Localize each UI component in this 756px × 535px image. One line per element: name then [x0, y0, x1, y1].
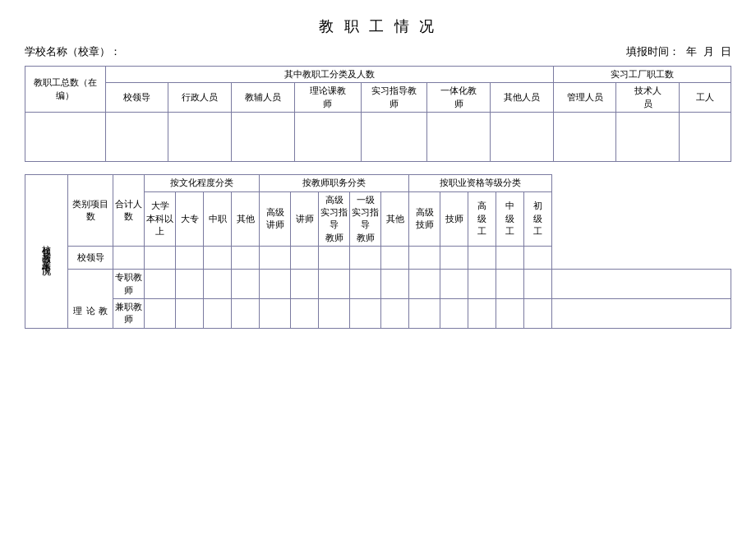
- sub-col-5: 一体化教师: [427, 83, 491, 113]
- page-title: 教 职 工 情 况: [25, 16, 731, 36]
- sub-col-0: 校领导: [105, 83, 168, 113]
- row2-d3: [381, 298, 409, 328]
- qual-section-header: 按职业资格等级分类: [409, 175, 552, 191]
- top-table: 教职工总数（在编） 其中教职工分类及人数 实习工厂职工数 校领导 行政人员 教辅…: [25, 66, 731, 162]
- theory-group-label: 理论教: [68, 270, 113, 329]
- row0-q0: [409, 247, 440, 270]
- sub-col-1: 行政人员: [168, 83, 232, 113]
- row0-total: [113, 247, 145, 270]
- row2-total: [145, 298, 176, 328]
- row0-d4: [381, 247, 409, 270]
- culture-col-3: 其他: [232, 191, 260, 247]
- culture-col-1: 大专: [176, 191, 204, 247]
- section2-header: 实习工厂职工数: [553, 67, 731, 83]
- row0-c1: [176, 247, 204, 270]
- row1-q2: [496, 270, 524, 299]
- row0-d1: [291, 247, 319, 270]
- sub-col-9: 工人: [680, 83, 731, 113]
- row0-q4: [524, 247, 552, 270]
- duty-col-3: 一级实习指导教师: [350, 191, 381, 247]
- sub-col-4: 实习指导教师: [361, 83, 427, 113]
- row2-label: 兼职教师: [113, 298, 145, 328]
- top-data-10: [680, 113, 731, 162]
- sub-col-7: 管理人员: [553, 83, 616, 113]
- row1-label: 专职教师: [113, 270, 145, 299]
- duty-col-0: 高级讲师: [260, 191, 291, 247]
- row2-q0: [440, 298, 468, 328]
- top-data-5: [361, 113, 427, 162]
- row2-d1: [319, 298, 350, 328]
- qual-col-2: 高级工: [468, 191, 496, 247]
- culture-col-0: 大学本科以上: [145, 191, 176, 247]
- day-label: 日: [721, 44, 731, 59]
- fill-time-label: 填报时间：: [626, 44, 680, 59]
- row1-d4: [409, 270, 440, 299]
- row0-q2: [468, 247, 496, 270]
- row2-d2: [350, 298, 381, 328]
- duty-section-header: 按教师职务分类: [260, 175, 409, 191]
- row1-d0: [291, 270, 319, 299]
- culture-col-2: 中职: [204, 191, 232, 247]
- culture-section-header: 按文化程度分类: [145, 175, 260, 191]
- duty-col-2: 高级实习指导教师: [319, 191, 350, 247]
- qual-col-4: 初级工: [524, 191, 552, 247]
- row2-q2: [496, 298, 524, 328]
- bottom-category-col: 类别项目数: [68, 175, 113, 247]
- top-data-2: [168, 113, 232, 162]
- row0-c2: [204, 247, 232, 270]
- row1-c0: [176, 270, 204, 299]
- qual-col-0: 高级技师: [409, 191, 440, 247]
- row1-c3: [260, 270, 291, 299]
- row0-d3: [350, 247, 381, 270]
- qual-col-1: 技师: [440, 191, 468, 247]
- sub-col-6: 其他人员: [491, 83, 554, 113]
- row0-q3: [496, 247, 524, 270]
- row1-total: [145, 270, 176, 299]
- row0-q1: [440, 247, 468, 270]
- top-data-0: [25, 113, 106, 162]
- row2-c0: [176, 298, 204, 328]
- bottom-total-col: 合计人数: [113, 175, 145, 247]
- top-data-6: [427, 113, 491, 162]
- month-label: 月: [703, 44, 714, 59]
- duty-col-4: 其他: [381, 191, 409, 247]
- row1-q4: [552, 270, 731, 299]
- row0-d2: [319, 247, 350, 270]
- row1-q0: [440, 270, 468, 299]
- row2-d4: [409, 298, 440, 328]
- top-col1-header: 教职工总数（在编）: [25, 67, 106, 113]
- top-data-7: [491, 113, 554, 162]
- row1-c2: [232, 270, 260, 299]
- row2-c3: [260, 298, 291, 328]
- year-label: 年: [686, 44, 697, 59]
- row0-c3: [232, 247, 260, 270]
- bottom-table: 校领导与教师基本情况 类别项目数 合计人数 按文化程度分类 按教师职务分类 按职…: [25, 174, 731, 329]
- sub-col-3: 理论课教师: [294, 83, 361, 113]
- row0-label: 校领导: [68, 247, 113, 270]
- row2-q4: [552, 298, 731, 328]
- row2-c2: [232, 298, 260, 328]
- row1-d2: [350, 270, 381, 299]
- top-data-1: [105, 113, 168, 162]
- row1-c1: [204, 270, 232, 299]
- row0-c0: [145, 247, 176, 270]
- school-label: 学校名称（校章）：: [25, 44, 121, 59]
- top-data-3: [231, 113, 294, 162]
- sub-col-8: 技术人员: [616, 83, 680, 113]
- bottom-left-header: 校领导与教师基本情况: [25, 175, 68, 329]
- row0-d0: [260, 247, 291, 270]
- duty-col-1: 讲师: [291, 191, 319, 247]
- row1-d1: [319, 270, 350, 299]
- row1-d3: [381, 270, 409, 299]
- row2-q3: [524, 298, 552, 328]
- top-data-4: [294, 113, 361, 162]
- row1-q1: [468, 270, 496, 299]
- row1-q3: [524, 270, 552, 299]
- section1-header: 其中教职工分类及人数: [105, 67, 553, 83]
- row2-c1: [204, 298, 232, 328]
- sub-col-2: 教辅人员: [231, 83, 294, 113]
- row2-d0: [291, 298, 319, 328]
- row2-q1: [468, 298, 496, 328]
- top-data-8: [553, 113, 616, 162]
- top-data-9: [616, 113, 680, 162]
